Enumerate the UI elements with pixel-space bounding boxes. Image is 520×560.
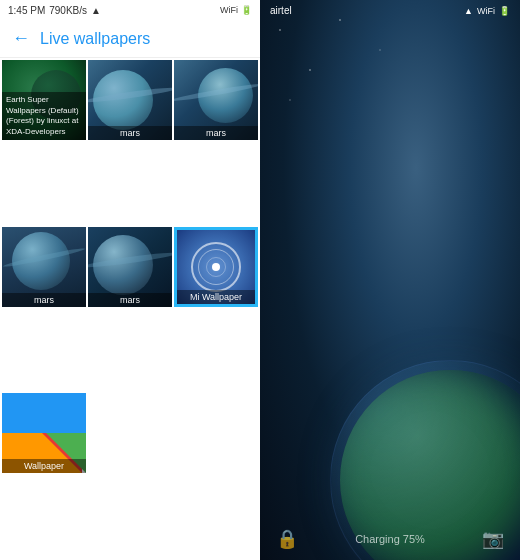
wallpaper-label-mars2: mars [174,126,258,140]
time-display: 1:45 PM [8,5,45,16]
data-speed: 790KB/s [49,5,87,16]
wallpaper-item-mars4[interactable]: mars [88,227,172,307]
ls-status-right: ▲ WiFi 🔋 [464,6,510,16]
camera-icon[interactable]: 📷 [482,528,504,550]
ls-battery-icon: 🔋 [499,6,510,16]
wallpaper-label-mi: Mi Wallpaper [177,290,255,304]
wallpaper-label-pinwheel: Wallpaper [2,459,86,473]
right-panel: airtel ▲ WiFi 🔋 ☺ 1:41 Thursday, 20 Augu… [260,0,520,560]
battery-icon: 🔋 [241,5,252,15]
header: ← Live wallpapers [0,20,260,58]
status-bar-right-items: WiFi 🔋 [220,5,252,15]
wallpaper-item-mi[interactable]: Mi Wallpaper [174,227,258,307]
lock-icon[interactable]: 🔒 [276,528,298,550]
wallpaper-item-mars1[interactable]: mars [88,60,172,140]
status-bar-left: 1:45 PM 790KB/s ▲ WiFi 🔋 [0,0,260,20]
wallpaper-item-mars3[interactable]: mars [2,227,86,307]
charging-status: Charging 75% [355,533,425,545]
lockscreen-bottom-bar: 🔒 Charging 75% 📷 [260,518,520,560]
wifi-icon: WiFi [220,5,238,15]
wallpaper-item-earth[interactable]: Earth Super Wallpapers (Default) (Forest… [2,60,86,140]
lockscreen-status-bar: airtel ▲ WiFi 🔋 [260,0,520,21]
carrier-name: airtel [270,5,292,16]
wallpaper-label-earth: Earth Super Wallpapers (Default) (Forest… [2,92,86,140]
wallpaper-label-mars3: mars [2,293,86,307]
signal-icon: ▲ [91,5,101,16]
left-panel: 1:45 PM 790KB/s ▲ WiFi 🔋 ← Live wallpape… [0,0,260,560]
ls-wifi-icon: WiFi [477,6,495,16]
wallpaper-label-mars1: mars [88,126,172,140]
wallpaper-item-mars2[interactable]: mars [174,60,258,140]
wallpaper-grid: Earth Super Wallpapers (Default) (Forest… [0,58,260,560]
page-title: Live wallpapers [40,30,150,48]
wallpaper-label-mars4: mars [88,293,172,307]
status-bar-left-items: 1:45 PM 790KB/s ▲ [8,5,101,16]
wallpaper-item-pinwheel[interactable]: Wallpaper [2,393,86,473]
stars [260,0,520,560]
ls-signal-icon: ▲ [464,6,473,16]
back-button[interactable]: ← [12,28,30,49]
